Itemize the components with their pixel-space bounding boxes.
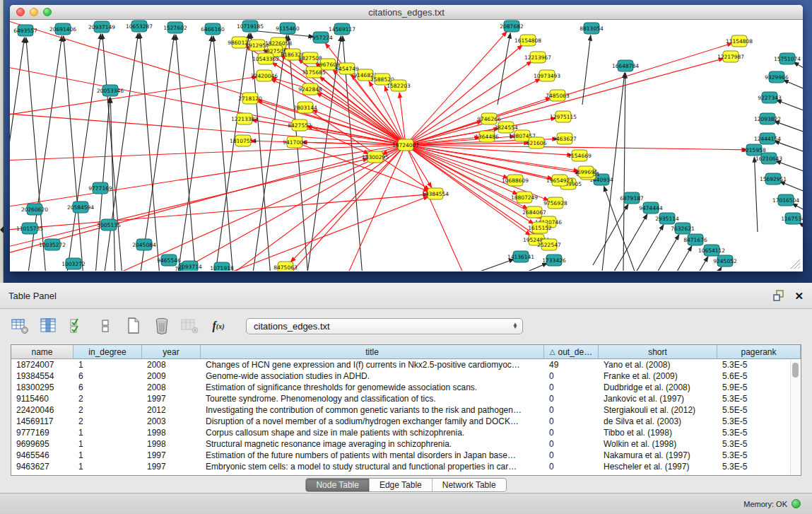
network-node[interactable]: 20584594 xyxy=(67,201,94,213)
table-cell-in_degree[interactable]: 1 xyxy=(73,359,142,370)
network-node[interactable]: 2087682 xyxy=(500,21,524,32)
network-node[interactable]: 9417006 xyxy=(283,136,307,148)
network-edge[interactable] xyxy=(686,267,722,271)
table-cell-pagerank[interactable]: 5.3E-5 xyxy=(717,359,801,370)
column-header-year[interactable]: year xyxy=(142,345,201,358)
network-edge[interactable] xyxy=(10,194,428,232)
table-cell-out_degree[interactable]: 0 xyxy=(544,438,599,450)
table-cell-out_degree[interactable]: 0 xyxy=(544,393,599,404)
network-node[interactable]: 20053346 xyxy=(97,85,124,96)
table-cell-in_degree[interactable]: 2 xyxy=(73,393,142,404)
table-cell-title[interactable]: Structural magnetic resonance image aver… xyxy=(201,438,544,450)
table-cell-short[interactable]: Jankovic et al. (1997) xyxy=(599,393,717,404)
table-cell-title[interactable]: Changes of HCN gene expression and I(f) … xyxy=(201,359,544,370)
network-node[interactable]: 16648784 xyxy=(612,60,639,71)
network-node[interactable]: 12975115 xyxy=(550,111,577,122)
network-node[interactable]: 621606 xyxy=(526,137,547,148)
network-edge[interactable] xyxy=(10,77,257,119)
table-cell-short[interactable]: Dudbridge et al. (2008) xyxy=(599,382,717,393)
network-edge[interactable] xyxy=(657,246,692,271)
network-node[interactable]: 12093822 xyxy=(754,113,781,124)
tab-network-table[interactable]: Network Table xyxy=(433,479,506,491)
network-edge[interactable] xyxy=(317,93,406,145)
table-cell-pagerank[interactable]: 5.3E-5 xyxy=(717,450,801,461)
table-cell-year[interactable]: 2012 xyxy=(142,404,201,416)
close-panel-icon[interactable]: ✕ xyxy=(794,291,804,301)
table-cell-in_degree[interactable]: 6 xyxy=(73,382,142,393)
table-cell-short[interactable]: Wolkin et al. (1998) xyxy=(599,438,717,450)
table-row[interactable]: 977716911998Corpus callosum shape and si… xyxy=(11,427,801,438)
table-cell-short[interactable]: Hescheler et al. (1997) xyxy=(599,461,717,472)
table-cell-out_degree[interactable]: 0 xyxy=(544,416,599,427)
network-edge[interactable] xyxy=(406,145,579,171)
resize-grip-icon[interactable] xyxy=(798,267,800,269)
network-edge[interactable] xyxy=(783,80,803,97)
network-edge[interactable] xyxy=(776,100,803,117)
table-cell-pagerank[interactable]: 5.6E-5 xyxy=(717,370,801,382)
network-node[interactable]: 20691406 xyxy=(49,23,76,35)
table-row[interactable]: 1872400712008Changes of HCN gene express… xyxy=(11,359,801,370)
network-edge[interactable] xyxy=(64,36,86,271)
select-columns-icon[interactable] xyxy=(40,317,58,335)
network-node[interactable]: 14569117 xyxy=(329,23,355,35)
network-node[interactable]: 12444154 xyxy=(754,133,781,144)
memory-ok-indicator[interactable] xyxy=(792,499,801,508)
rows-icon[interactable] xyxy=(96,317,114,335)
network-edge[interactable] xyxy=(100,33,139,271)
network-edge[interactable] xyxy=(673,257,708,271)
table-cell-title[interactable]: Estimation of the future numbers of pati… xyxy=(201,450,544,461)
table-cell-out_degree[interactable]: 0 xyxy=(544,370,599,382)
table-cell-pagerank[interactable]: 5.3E-5 xyxy=(717,461,801,472)
network-node[interactable]: 6466160 xyxy=(201,23,225,35)
network-edge[interactable] xyxy=(10,37,25,271)
network-node[interactable]: 2093714 xyxy=(178,261,202,271)
network-node[interactable]: 11154808 xyxy=(726,35,753,47)
table-cell-name[interactable]: 19384554 xyxy=(11,370,73,382)
network-edge[interactable] xyxy=(628,225,664,271)
table-row[interactable]: 911546021997Tourette syndrome. Phenomeno… xyxy=(11,393,801,404)
table-cell-short[interactable]: Yano et al. (2008) xyxy=(599,359,717,370)
network-node[interactable]: 2045084 xyxy=(132,239,156,250)
table-cell-out_degree[interactable]: 49 xyxy=(544,359,599,370)
network-edge[interactable] xyxy=(582,35,591,105)
network-node[interactable]: 1364486 xyxy=(475,131,499,142)
table-cell-name[interactable]: 22420046 xyxy=(11,404,73,416)
table-settings-icon[interactable] xyxy=(11,317,30,335)
table-scrollbar[interactable] xyxy=(790,360,800,474)
table-cell-name[interactable]: 9465546 xyxy=(11,450,73,461)
network-node[interactable]: 10688609 xyxy=(502,175,529,186)
delete-icon[interactable] xyxy=(153,317,171,335)
window-titlebar[interactable]: citations_edges.txt xyxy=(10,5,803,20)
network-edge[interactable] xyxy=(644,235,679,271)
table-cell-in_degree[interactable]: 1 xyxy=(73,427,142,438)
tab-edge-table[interactable]: Edge Table xyxy=(370,479,433,491)
network-node[interactable]: 9777169 xyxy=(88,182,112,194)
select-all-icon[interactable] xyxy=(68,317,86,335)
network-node[interactable]: 6493557 xyxy=(13,25,37,36)
column-header-title[interactable]: title xyxy=(201,345,544,358)
table-cell-pagerank[interactable]: 5.5E-5 xyxy=(717,404,801,416)
table-cell-year[interactable]: 1997 xyxy=(142,393,201,404)
network-node[interactable]: 9242848 xyxy=(298,83,322,95)
network-node[interactable]: 7632621 xyxy=(671,223,695,234)
network-edge[interactable] xyxy=(794,62,803,78)
network-node[interactable]: 7485063 xyxy=(546,90,570,101)
network-node[interactable]: 10653287 xyxy=(126,21,153,32)
network-node[interactable]: 9115460 xyxy=(276,23,300,34)
network-edge[interactable] xyxy=(10,145,406,209)
function-builder-icon[interactable]: f(x) xyxy=(209,317,228,335)
table-row[interactable]: 1938455462009Genome-wide association stu… xyxy=(11,370,801,382)
table-cell-year[interactable]: 2008 xyxy=(142,359,201,370)
network-node[interactable]: 7957224 xyxy=(309,32,333,43)
table-cell-out_degree[interactable]: 0 xyxy=(544,427,599,438)
network-node[interactable]: 1527602 xyxy=(163,22,187,33)
network-edge[interactable] xyxy=(251,33,273,271)
scrollbar-thumb[interactable] xyxy=(792,363,799,378)
network-node[interactable]: 12213967 xyxy=(524,52,551,63)
table-cell-pagerank[interactable]: 5.3E-5 xyxy=(717,416,801,427)
network-node[interactable]: 14136141 xyxy=(507,251,534,262)
network-edge[interactable] xyxy=(136,35,175,271)
network-node[interactable]: 1154669 xyxy=(567,150,592,161)
table-cell-out_degree[interactable]: 0 xyxy=(544,404,599,416)
network-edge[interactable] xyxy=(10,145,406,258)
